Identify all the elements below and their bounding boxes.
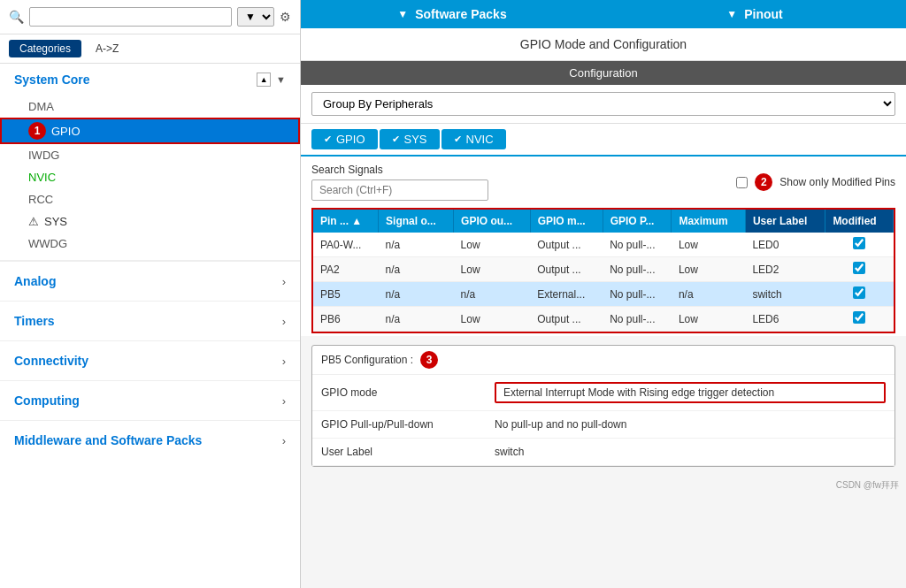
sidebar: 🔍 ▼ ⚙ Categories A->Z System Core ▲ ▼ <box>0 0 301 588</box>
sidebar-system-core-items: DMA 1 GPIO IWDG NVIC RCC <box>0 95 300 260</box>
config-row-user-label: User Label switch <box>312 439 894 466</box>
col-pin[interactable]: Pin ... ▲ <box>313 210 379 233</box>
section-middleware[interactable]: Middleware and Software Packs › <box>0 420 300 460</box>
pb5-config-section: PB5 Configuration : 3 GPIO mode External… <box>311 345 895 467</box>
col-modified[interactable]: Modified <box>825 210 894 233</box>
section-system-core-header[interactable]: System Core ▲ ▼ <box>0 64 300 95</box>
software-packs-tab[interactable]: ▼ Software Packs <box>301 0 603 28</box>
cell-mode-0: Output ... <box>530 233 603 257</box>
sidebar-item-gpio-wrapper: 1 GPIO <box>0 118 300 144</box>
gpio-table: Pin ... ▲ Signal o... GPIO ou... GPIO m.… <box>313 210 894 332</box>
section-timers[interactable]: Timers › <box>0 301 300 340</box>
cell-signal-0: n/a <box>379 233 454 257</box>
col-gpio-out[interactable]: GPIO ou... <box>454 210 531 233</box>
config-row-gpio-mode: GPIO mode External Interrupt Mode with R… <box>312 375 894 411</box>
cell-pin-3: PB6 <box>313 307 379 332</box>
search-signals-input[interactable] <box>311 179 488 201</box>
cell-pull-1: No pull-... <box>603 257 672 282</box>
pinout-tab[interactable]: ▼ Pinout <box>603 0 906 28</box>
gpio-check-icon: ✔ <box>324 134 332 145</box>
table-row: PB6 n/a Low Output ... No pull-... Low L… <box>313 307 894 332</box>
show-modified-label: Show only Modified Pins <box>779 176 895 188</box>
pinout-chevron: ▼ <box>726 8 737 20</box>
col-maximum[interactable]: Maximum <box>672 210 746 233</box>
col-gpio-mode[interactable]: GPIO m... <box>530 210 603 233</box>
tab-gpio[interactable]: ✔ GPIO <box>311 129 378 149</box>
cell-mode-1: Output ... <box>530 257 603 282</box>
section-connectivity-title: Connectivity <box>14 354 88 368</box>
col-gpio-pull[interactable]: GPIO P... <box>603 210 672 233</box>
modified-check-2[interactable] <box>853 286 865 299</box>
modified-check-0[interactable] <box>853 237 865 249</box>
group-by-container: Group By Peripherals Group By IP <box>301 85 906 124</box>
software-packs-chevron: ▼ <box>397 8 408 20</box>
cell-modified-1 <box>825 257 894 282</box>
modified-check-1[interactable] <box>853 262 865 274</box>
signal-search-bar: Search Signals 2 Show only Modified Pins <box>301 157 906 208</box>
section-computing[interactable]: Computing › <box>0 380 300 420</box>
tab-atoz[interactable]: A->Z <box>85 40 129 57</box>
tab-sys[interactable]: ✔ SYS <box>380 129 440 149</box>
gear-icon[interactable]: ⚙ <box>280 10 291 24</box>
badge-3: 3 <box>420 351 438 369</box>
cell-label-0: LED0 <box>745 233 825 257</box>
section-middleware-title: Middleware and Software Packs <box>14 433 202 447</box>
sidebar-content: System Core ▲ ▼ DMA 1 GPIO <box>0 64 300 588</box>
right-content: ▼ Software Packs ▼ Pinout GPIO Mode and … <box>301 0 906 588</box>
sidebar-item-gpio[interactable]: 1 GPIO <box>0 118 300 144</box>
cell-max-3: Low <box>672 307 746 332</box>
cell-out-2: n/a <box>454 282 531 307</box>
tab-nvic[interactable]: ✔ NVIC <box>441 129 506 149</box>
cell-max-1: Low <box>672 257 746 282</box>
gpio-mode-label: GPIO mode <box>321 386 480 399</box>
sidebar-item-iwdg[interactable]: IWDG <box>0 144 300 166</box>
config-row-gpio-pull: GPIO Pull-up/Pull-down No pull-up and no… <box>312 411 894 439</box>
connectivity-arrow-icon: › <box>282 355 286 368</box>
col-user-label[interactable]: User Label <box>745 210 825 233</box>
col-signal[interactable]: Signal o... <box>379 210 454 233</box>
sort-icon: ▲ <box>351 215 362 227</box>
cell-signal-2: n/a <box>379 282 454 307</box>
analog-arrow-icon: › <box>282 275 286 288</box>
cell-max-2: n/a <box>672 282 746 307</box>
tabs-bar: ✔ GPIO ✔ SYS ✔ NVIC <box>301 124 906 157</box>
sidebar-item-sys[interactable]: ⚠ SYS <box>0 210 300 233</box>
pinout-label: Pinout <box>744 7 783 21</box>
search-dropdown[interactable]: ▼ <box>237 7 274 27</box>
group-by-select[interactable]: Group By Peripherals Group By IP <box>311 92 895 116</box>
collapse-up-button[interactable]: ▲ <box>257 73 271 87</box>
sidebar-item-nvic[interactable]: NVIC <box>0 166 300 188</box>
section-system-core: System Core ▲ ▼ DMA 1 GPIO <box>0 64 300 261</box>
sidebar-item-dma[interactable]: DMA <box>0 95 300 118</box>
cell-label-1: LED2 <box>745 257 825 282</box>
footer: CSDN @fw拜拜 <box>301 476 906 495</box>
show-modified-checkbox[interactable] <box>736 177 748 188</box>
sys-check-icon: ✔ <box>392 134 400 145</box>
sidebar-tabs: Categories A->Z <box>0 34 300 64</box>
cell-mode-2: External... <box>530 282 603 307</box>
middleware-arrow-icon: › <box>282 434 286 447</box>
search-input[interactable] <box>29 7 232 27</box>
user-label-label: User Label <box>321 446 480 458</box>
search-icon: 🔍 <box>9 10 24 24</box>
computing-arrow-icon: › <box>282 394 286 408</box>
cell-pull-2: No pull-... <box>603 282 672 307</box>
sidebar-item-gpio-label: GPIO <box>51 125 81 138</box>
section-analog-title: Analog <box>14 274 56 288</box>
warning-icon: ⚠ <box>28 215 39 228</box>
search-bar-right: 2 Show only Modified Pins <box>736 173 895 191</box>
tab-categories[interactable]: Categories <box>9 40 81 57</box>
section-connectivity[interactable]: Connectivity › <box>0 340 300 380</box>
cell-modified-2 <box>825 282 894 307</box>
pb5-config-header: PB5 Configuration : 3 <box>312 346 894 375</box>
modified-check-3[interactable] <box>853 311 865 324</box>
section-analog[interactable]: Analog › <box>0 261 300 301</box>
badge-2: 2 <box>755 173 772 191</box>
sidebar-item-rcc[interactable]: RCC <box>0 188 300 210</box>
cell-pin-1: PA2 <box>313 257 379 282</box>
sidebar-item-wwdg[interactable]: WWDG <box>0 233 300 255</box>
cell-mode-3: Output ... <box>530 307 603 332</box>
table-red-outline: Pin ... ▲ Signal o... GPIO ou... GPIO m.… <box>311 208 895 333</box>
section-computing-title: Computing <box>14 393 80 408</box>
cell-label-3: LED6 <box>745 307 825 332</box>
